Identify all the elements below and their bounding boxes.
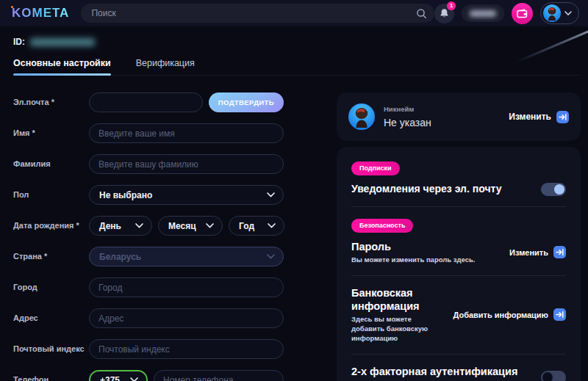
nickname-card: Никнейм Не указан Изменить — [337, 92, 581, 141]
email-label: Эл.почта * — [13, 98, 89, 107]
balance-display[interactable] — [462, 4, 504, 22]
profile-settings-page: ID: Основные настройки Верификация Эл.по… — [0, 26, 588, 381]
birth-month-value: Месяц — [168, 221, 196, 231]
bank-info-title: Банковская информация — [351, 286, 445, 313]
chevron-down-icon — [564, 11, 572, 15]
balance-value-redacted — [470, 10, 496, 17]
birth-day-select[interactable]: День — [89, 216, 152, 236]
phone-number-input[interactable] — [154, 370, 284, 381]
tab-verification-label: Верификация — [136, 58, 195, 68]
chevron-down-icon — [267, 254, 275, 259]
password-title: Пароль — [351, 240, 475, 253]
country-label: Страна * — [13, 252, 89, 261]
birth-date-label: Дата рождения * — [13, 221, 89, 231]
first-name-input[interactable] — [89, 123, 284, 143]
email-input[interactable] — [89, 92, 203, 112]
notification-badge: 1 — [447, 1, 456, 10]
add-bank-info-link[interactable]: Добавить информацию — [453, 308, 566, 321]
country-select[interactable]: Беларусь — [89, 247, 284, 266]
chevron-down-icon — [268, 223, 276, 228]
subscriptions-badge: Подписки — [351, 162, 400, 175]
last-name-label: Фамилия — [13, 159, 89, 169]
last-name-input[interactable] — [89, 154, 284, 174]
edit-nickname-link[interactable]: Изменить — [509, 111, 569, 123]
search-input[interactable] — [91, 8, 416, 18]
first-name-label: Имя * — [13, 128, 89, 138]
search-icon[interactable] — [416, 8, 427, 19]
account-panel: Никнейм Не указан Изменить Подписки Увед… — [337, 92, 581, 381]
wallet-button[interactable] — [512, 3, 533, 24]
password-subtitle: Вы можете изменить пароль здесь. — [351, 255, 475, 265]
account-menu[interactable] — [540, 2, 579, 24]
country-value: Беларусь — [99, 252, 141, 262]
gender-value: Не выбрано — [99, 190, 152, 200]
birth-date-row: Дата рождения * День Месяц Год — [13, 216, 284, 236]
birth-year-value: Год — [239, 221, 254, 231]
toggle-knob — [542, 372, 553, 381]
nickname-info: Никнейм Не указан — [384, 105, 431, 128]
nickname-label: Никнейм — [384, 105, 431, 113]
bank-info: Банковская информация Здесь вы можете до… — [351, 286, 445, 344]
phone-code-select[interactable]: +375 — [89, 370, 148, 381]
chevron-down-icon — [206, 223, 214, 228]
change-password-label: Изменить — [509, 248, 548, 257]
topbar: KOMETA 1 — [0, 0, 588, 26]
topbar-actions: 1 — [434, 2, 579, 24]
email-row: Эл.почта * ПОДТВЕРДИТЬ — [13, 92, 284, 112]
birth-month-select[interactable]: Месяц — [158, 216, 223, 236]
search-bar[interactable] — [81, 4, 434, 23]
edit-nickname-label: Изменить — [509, 112, 551, 122]
phone-row: Телефон +375 — [13, 370, 284, 381]
twofa-title: 2-х факторная аутентификация — [351, 365, 517, 378]
enter-arrow-icon — [556, 111, 569, 123]
divider — [351, 275, 566, 276]
enter-arrow-icon — [553, 308, 566, 321]
postal-code-label: Почтовый индекс — [13, 344, 89, 354]
postal-code-input[interactable] — [89, 339, 284, 359]
tab-main-settings-label: Основные настройки — [13, 58, 111, 68]
email-notifications-row: Уведомления через эл. почту — [351, 183, 566, 196]
change-password-link[interactable]: Изменить — [509, 246, 566, 258]
settings-card: Подписки Уведомления через эл. почту Без… — [337, 147, 581, 381]
bank-info-subtitle: Здесь вы можете добавить банковскую инфо… — [351, 315, 445, 343]
chevron-down-icon — [135, 223, 143, 228]
tab-main-settings[interactable]: Основные настройки — [13, 58, 111, 75]
bell-icon — [440, 8, 449, 18]
bank-info-row: Банковская информация Здесь вы можете до… — [351, 286, 566, 344]
active-tab-underline — [13, 73, 111, 76]
security-badge: Безопасность — [351, 219, 413, 233]
profile-form: Эл.почта * ПОДТВЕРДИТЬ Имя * Фамилия — [13, 92, 284, 381]
kometa-logo[interactable]: KOMETA — [12, 6, 69, 21]
twofa-info: 2-х факторная аутентификация Защита акка… — [351, 365, 517, 381]
address-label: Адрес — [13, 313, 89, 323]
wallet-icon — [517, 9, 528, 18]
user-id-row: ID: — [13, 37, 581, 47]
divider — [351, 206, 566, 207]
notifications-button[interactable]: 1 — [434, 4, 454, 23]
birth-year-select[interactable]: Год — [229, 216, 284, 236]
twofa-toggle[interactable] — [541, 371, 566, 381]
add-bank-info-label: Добавить информацию — [453, 311, 548, 319]
postal-code-row: Почтовый индекс — [13, 339, 284, 359]
gender-select[interactable]: Не выбрано — [89, 185, 284, 205]
city-label: Город — [13, 283, 89, 292]
birth-day-value: День — [99, 221, 121, 231]
nickname-value: Не указан — [384, 117, 431, 128]
logo-spark-icon — [11, 6, 13, 8]
password-info: Пароль Вы можете изменить пароль здесь. — [351, 240, 475, 265]
confirm-email-button[interactable]: ПОДТВЕРДИТЬ — [209, 92, 284, 112]
user-avatar — [543, 4, 561, 22]
id-label: ID: — [13, 37, 25, 47]
gender-row: Пол Не выбрано — [13, 185, 284, 205]
password-row: Пароль Вы можете изменить пароль здесь. … — [351, 240, 566, 265]
email-notifications-toggle[interactable] — [541, 183, 566, 196]
toggle-knob — [554, 184, 564, 195]
city-row: Город — [13, 277, 284, 297]
city-input[interactable] — [89, 277, 284, 297]
profile-avatar — [348, 104, 375, 130]
address-input[interactable] — [89, 308, 284, 328]
tab-verification[interactable]: Верификация — [136, 58, 195, 75]
address-row: Адрес — [13, 308, 284, 328]
chevron-down-icon — [130, 377, 138, 381]
gender-label: Пол — [13, 190, 89, 200]
